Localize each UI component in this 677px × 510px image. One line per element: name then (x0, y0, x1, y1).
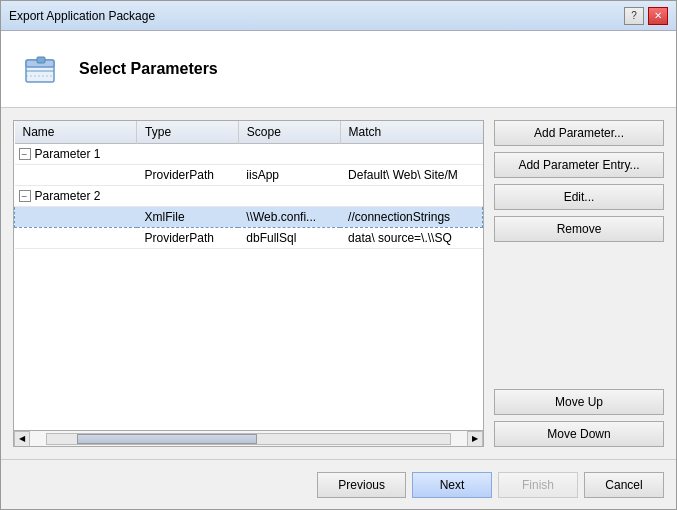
parameters-table-container: Name Type Scope Match − Param (13, 120, 484, 447)
collapse-icon-2[interactable]: − (19, 190, 31, 202)
add-parameter-button[interactable]: Add Parameter... (494, 120, 664, 146)
footer: Previous Next Finish Cancel (1, 459, 676, 509)
move-down-button[interactable]: Move Down (494, 421, 664, 447)
svg-rect-2 (37, 57, 45, 63)
cancel-button[interactable]: Cancel (584, 472, 664, 498)
sidebar-buttons: Add Parameter... Add Parameter Entry... … (494, 120, 664, 447)
content-area: Name Type Scope Match − Param (1, 108, 676, 459)
scroll-right-button[interactable]: ▶ (467, 431, 483, 447)
cell-match: Default\ Web\ Site/M (340, 165, 482, 186)
help-button[interactable]: ? (624, 7, 644, 25)
table-row[interactable]: ProviderPath dbFullSql data\ source=\.\\… (15, 228, 483, 249)
scroll-left-button[interactable]: ◀ (14, 431, 30, 447)
title-bar: Export Application Package ? ✕ (1, 1, 676, 31)
table-header-row: Name Type Scope Match (15, 121, 483, 144)
finish-button[interactable]: Finish (498, 472, 578, 498)
cell-name (15, 165, 137, 186)
window-title: Export Application Package (9, 9, 155, 23)
page-title: Select Parameters (79, 60, 218, 78)
cell-name (15, 228, 137, 249)
scrollbar-thumb[interactable] (77, 434, 257, 444)
col-match: Match (340, 121, 482, 144)
col-name: Name (15, 121, 137, 144)
group-label-1: Parameter 1 (35, 147, 101, 161)
cell-scope: dbFullSql (238, 228, 340, 249)
cell-match: data\ source=\.\\SQ (340, 228, 482, 249)
parameters-table: Name Type Scope Match − Param (14, 121, 483, 249)
cell-match: //connectionStrings (340, 207, 482, 228)
horizontal-scrollbar: ◀ ▶ (14, 430, 483, 446)
title-bar-controls: ? ✕ (624, 7, 668, 25)
table-scroll[interactable]: Name Type Scope Match − Param (14, 121, 483, 430)
move-up-button[interactable]: Move Up (494, 389, 664, 415)
edit-button[interactable]: Edit... (494, 184, 664, 210)
cell-name (15, 207, 137, 228)
group-row-2[interactable]: − Parameter 2 (15, 186, 483, 207)
add-parameter-entry-button[interactable]: Add Parameter Entry... (494, 152, 664, 178)
cell-scope: iisApp (238, 165, 340, 186)
group-label-2: Parameter 2 (35, 189, 101, 203)
table-row-selected[interactable]: XmlFile \\Web.confi... //connectionStrin… (15, 207, 483, 228)
col-type: Type (137, 121, 239, 144)
col-scope: Scope (238, 121, 340, 144)
scrollbar-track[interactable] (46, 433, 451, 445)
remove-button[interactable]: Remove (494, 216, 664, 242)
main-window: Export Application Package ? ✕ Select Pa… (0, 0, 677, 510)
close-button[interactable]: ✕ (648, 7, 668, 25)
group-row-1[interactable]: − Parameter 1 (15, 144, 483, 165)
table-row[interactable]: ProviderPath iisApp Default\ Web\ Site/M (15, 165, 483, 186)
header-area: Select Parameters (1, 31, 676, 108)
cell-scope: \\Web.confi... (238, 207, 340, 228)
cell-type: ProviderPath (137, 165, 239, 186)
next-button[interactable]: Next (412, 472, 492, 498)
header-icon (17, 45, 65, 93)
collapse-icon-1[interactable]: − (19, 148, 31, 160)
cell-type: ProviderPath (137, 228, 239, 249)
package-icon (20, 48, 62, 90)
cell-type: XmlFile (137, 207, 239, 228)
previous-button[interactable]: Previous (317, 472, 406, 498)
